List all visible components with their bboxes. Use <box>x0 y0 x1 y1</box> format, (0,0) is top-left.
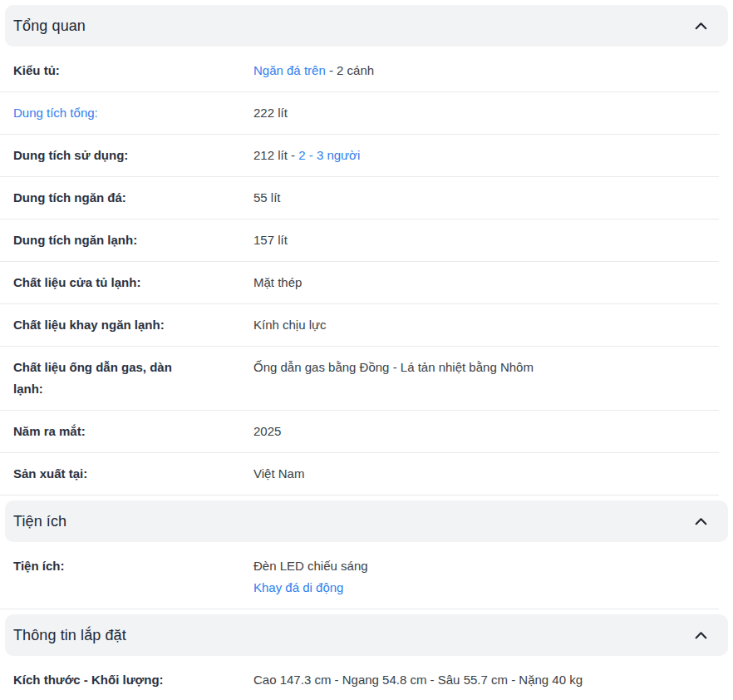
spec-row: Kích thước - Khối lượng:Cao 147.3 cm - N… <box>0 659 719 700</box>
spec-value-text: 157 lít <box>253 233 288 247</box>
spec-value-text: 222 lít <box>253 106 288 120</box>
spec-value: Ống dẫn gas bằng Đồng - Lá tản nhiệt bằn… <box>253 357 719 378</box>
spec-value: Việt Nam <box>253 463 719 485</box>
spec-label-text: Dung tích sử dụng: <box>13 148 128 162</box>
chevron-up-icon <box>693 628 709 643</box>
spec-label-text: Kích thước - Khối lượng: <box>13 673 164 687</box>
spec-row: Chất liệu ống dẫn gas, dàn lạnh:Ống dẫn … <box>0 347 719 411</box>
spec-value-line: 2025 <box>253 421 711 442</box>
spec-row: Tiện ích:Đèn LED chiếu sángKhay đá di độ… <box>0 545 719 609</box>
spec-value-text: Đèn LED chiếu sáng <box>253 559 368 573</box>
specifications-table: Tổng quanKiểu tủ:Ngăn đá trên - 2 cánhDu… <box>0 5 733 700</box>
spec-value: Cao 147.3 cm - Ngang 54.8 cm - Sâu 55.7 … <box>253 669 719 691</box>
spec-row: Dung tích tổng:222 lít <box>0 92 719 135</box>
spec-label: Sản xuất tại: <box>0 463 253 485</box>
spec-value-text: Cao 147.3 cm - Ngang 54.8 cm - Sâu 55.7 … <box>253 673 583 687</box>
spec-row: Chất liệu cửa tủ lạnh:Mặt thép <box>0 262 719 304</box>
spec-value: Kính chịu lực <box>253 314 719 336</box>
spec-value-line: 222 lít <box>253 102 711 124</box>
spec-label: Dung tích tổng: <box>0 102 253 124</box>
section-header-thong-tin-lap-dat[interactable]: Thông tin lắp đặt <box>5 614 728 656</box>
spec-value-line: 212 lít - 2 - 3 người <box>253 145 711 166</box>
spec-label-text: Dung tích ngăn lạnh: <box>13 233 137 247</box>
spec-value-text: 55 lít <box>253 190 281 205</box>
spec-value: Đèn LED chiếu sángKhay đá di động <box>253 555 719 599</box>
spec-row: Dung tích sử dụng:212 lít - 2 - 3 người <box>0 135 719 177</box>
spec-label-text: Chất liệu ống dẫn gas, dàn lạnh: <box>13 360 172 396</box>
spec-value: Ngăn đá trên - 2 cánh <box>253 60 719 81</box>
spec-label-text: Tiện ích: <box>13 559 64 573</box>
spec-label-text: Kiểu tủ: <box>13 63 60 77</box>
section-header-tong-quan[interactable]: Tổng quan <box>5 5 728 47</box>
spec-value: 222 lít <box>253 102 719 124</box>
spec-row: Kiểu tủ:Ngăn đá trên - 2 cánh <box>0 50 719 92</box>
spec-value-line: Ống dẫn gas bằng Đồng - Lá tản nhiệt bằn… <box>253 357 711 378</box>
spec-label: Dung tích sử dụng: <box>0 145 253 166</box>
spec-row: Chất liệu khay ngăn lạnh:Kính chịu lực <box>0 304 719 347</box>
spec-value-text: Kính chịu lực <box>253 318 327 332</box>
spec-value-text: 2025 <box>253 424 281 438</box>
spec-label: Chất liệu khay ngăn lạnh: <box>0 314 253 336</box>
spec-label-text: Chất liệu cửa tủ lạnh: <box>13 275 140 289</box>
spec-label-text: Năm ra mắt: <box>13 424 86 438</box>
spec-label: Dung tích ngăn đá: <box>0 187 253 209</box>
spec-value: 157 lít <box>253 229 719 251</box>
spec-label: Chất liệu cửa tủ lạnh: <box>0 272 253 293</box>
spec-label: Kiểu tủ: <box>0 60 253 81</box>
spec-value-link[interactable]: Ngăn đá trên <box>253 63 326 77</box>
spec-value: 55 lít <box>253 187 719 209</box>
spec-row: Sản xuất tại:Việt Nam <box>0 453 719 495</box>
section-header-tien-ich[interactable]: Tiện ích <box>5 500 728 542</box>
spec-value-line: 55 lít <box>253 187 711 209</box>
spec-label: Kích thước - Khối lượng: <box>0 669 253 691</box>
spec-value-line: Mặt thép <box>253 272 711 293</box>
section-title: Thông tin lắp đặt <box>13 627 126 644</box>
spec-value-line: Kính chịu lực <box>253 314 711 336</box>
spec-value-line: 157 lít <box>253 229 711 251</box>
spec-value: 212 lít - 2 - 3 người <box>253 145 719 166</box>
spec-label-link[interactable]: Dung tích tổng: <box>13 106 98 120</box>
spec-label: Chất liệu ống dẫn gas, dàn lạnh: <box>0 357 253 400</box>
section-title: Tiện ích <box>13 513 66 530</box>
spec-value-link[interactable]: 2 - 3 người <box>298 148 360 162</box>
spec-value: 2025 <box>253 421 719 442</box>
spec-label: Tiện ích: <box>0 555 253 577</box>
spec-value-text: Ống dẫn gas bằng Đồng - Lá tản nhiệt bằn… <box>253 360 534 374</box>
section-title: Tổng quan <box>13 17 86 35</box>
spec-row: Dung tích ngăn đá:55 lít <box>0 177 719 219</box>
spec-value-line: Ngăn đá trên - 2 cánh <box>253 60 711 81</box>
spec-label: Dung tích ngăn lạnh: <box>0 229 253 251</box>
spec-value: Mặt thép <box>253 272 719 293</box>
chevron-up-icon <box>693 18 709 34</box>
spec-value-text: Mặt thép <box>253 275 302 289</box>
spec-label-text: Dung tích ngăn đá: <box>13 190 126 205</box>
chevron-up-icon <box>693 514 709 530</box>
spec-value-text: - 2 cánh <box>326 63 374 77</box>
spec-value-line: Cao 147.3 cm - Ngang 54.8 cm - Sâu 55.7 … <box>253 669 711 691</box>
spec-value-text: Việt Nam <box>253 466 304 481</box>
spec-value-line: Khay đá di động <box>253 577 711 599</box>
spec-row: Dung tích ngăn lạnh:157 lít <box>0 219 719 262</box>
spec-label-text: Sản xuất tại: <box>13 466 87 481</box>
spec-value-link[interactable]: Khay đá di động <box>253 580 343 594</box>
spec-value-line: Đèn LED chiếu sáng <box>253 555 711 577</box>
spec-row: Năm ra mắt:2025 <box>0 411 719 453</box>
spec-label-text: Chất liệu khay ngăn lạnh: <box>13 318 165 332</box>
spec-value-text: 212 lít - <box>253 148 298 162</box>
spec-label: Năm ra mắt: <box>0 421 253 442</box>
spec-value-line: Việt Nam <box>253 463 711 485</box>
